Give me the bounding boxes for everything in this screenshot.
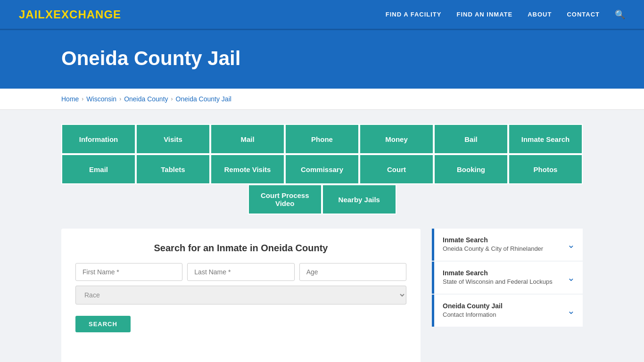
button-row-3: Court Process Video Nearby Jails [248,184,396,214]
right-sidebar: Inmate Search Oneida County & City of Rh… [432,229,583,328]
chevron-down-icon-contact: ⌄ [567,305,575,316]
breadcrumb-sep-1: › [82,96,83,102]
btn-commissary[interactable]: Commissary [285,154,359,184]
search-icon-button[interactable]: 🔍 [615,9,625,20]
sidebar-item-inmate-search-oneida[interactable]: Inmate Search Oneida County & City of Rh… [432,229,583,261]
breadcrumb-oneida-county[interactable]: Oneida County [124,95,168,103]
chevron-down-icon-oneida: ⌄ [567,239,575,250]
breadcrumb-sep-3: › [171,96,173,102]
search-form: Race White Black Hispanic Asian Other [75,263,406,304]
breadcrumb-current: Oneida County Jail [176,95,231,103]
btn-phone[interactable]: Phone [285,124,359,154]
btn-inmate-search[interactable]: Inmate Search [508,124,583,154]
breadcrumb-bar: Home › Wisconsin › Oneida County › Oneid… [0,89,644,110]
sidebar-item-contact-info[interactable]: Oneida County Jail Contact Information ⌄ [432,295,583,327]
race-select[interactable]: Race White Black Hispanic Asian Other [75,286,406,304]
nav-contact[interactable]: CONTACT [567,11,600,18]
breadcrumb-home[interactable]: Home [61,95,79,103]
nav-about[interactable]: ABOUT [528,11,552,18]
main-nav: FIND A FACILITY FIND AN INMATE ABOUT CON… [386,9,625,20]
btn-information[interactable]: Information [61,124,136,154]
breadcrumb: Home › Wisconsin › Oneida County › Oneid… [61,95,583,103]
inmate-search-panel: Search for an Inmate in Oneida County Ra… [61,229,421,362]
btn-court[interactable]: Court [359,154,434,184]
btn-remote-visits[interactable]: Remote Visits [210,154,285,184]
lower-section: Search for an Inmate in Oneida County Ra… [61,229,583,362]
btn-court-process-video[interactable]: Court Process Video [248,184,322,214]
btn-bail[interactable]: Bail [434,124,508,154]
nav-find-inmate[interactable]: FIND AN INMATE [456,11,512,18]
btn-mail[interactable]: Mail [210,124,285,154]
button-row-1: Information Visits Mail Phone Money Bail… [61,124,583,154]
btn-email[interactable]: Email [61,154,136,184]
breadcrumb-sep-2: › [119,96,121,102]
logo-exchange: EXCHANGE [53,8,121,21]
btn-tablets[interactable]: Tablets [136,154,210,184]
sidebar-item-subtext-wisconsin: State of Wisconsin and Federal Lockups [443,278,553,286]
btn-photos[interactable]: Photos [508,154,583,184]
search-panel-title: Search for an Inmate in Oneida County [75,243,406,254]
breadcrumb-wisconsin[interactable]: Wisconsin [86,95,116,103]
site-logo[interactable]: JAILXEXCHANGE [19,8,121,21]
last-name-input[interactable] [187,263,294,281]
sidebar-item-subtext-contact: Contact Information [443,311,503,319]
site-header: JAILXEXCHANGE FIND A FACILITY FIND AN IN… [0,0,644,30]
sidebar-item-text-contact: Oneida County Jail Contact Information [443,302,503,319]
button-row-2: Email Tablets Remote Visits Commissary C… [61,154,583,184]
chevron-down-icon-wisconsin: ⌄ [567,272,575,283]
sidebar-item-inmate-search-wisconsin[interactable]: Inmate Search State of Wisconsin and Fed… [432,262,583,294]
sidebar-item-subtext-oneida: Oneida County & City of Rhinelander [443,245,543,253]
hero-banner: Oneida County Jail [0,30,644,89]
nav-find-facility[interactable]: FIND A FACILITY [386,11,442,18]
btn-money[interactable]: Money [359,124,434,154]
first-name-input[interactable] [75,263,182,281]
sidebar-item-heading-wisconsin: Inmate Search [443,269,553,277]
sidebar-item-text-oneida: Inmate Search Oneida County & City of Rh… [443,236,543,253]
btn-booking[interactable]: Booking [434,154,508,184]
logo-x: X [45,8,53,21]
category-button-grid: Information Visits Mail Phone Money Bail… [61,124,583,214]
sidebar-item-heading-contact: Oneida County Jail [443,302,503,310]
btn-visits[interactable]: Visits [136,124,210,154]
page-title: Oneida County Jail [61,47,583,70]
logo-jail: JAIL [19,8,45,21]
main-content: Information Visits Mail Phone Money Bail… [0,110,644,362]
age-input[interactable] [299,263,406,281]
btn-nearby-jails[interactable]: Nearby Jails [322,184,396,214]
sidebar-item-text-wisconsin: Inmate Search State of Wisconsin and Fed… [443,269,553,286]
sidebar-item-heading-oneida: Inmate Search [443,236,543,244]
search-button[interactable]: SEARCH [75,316,131,332]
